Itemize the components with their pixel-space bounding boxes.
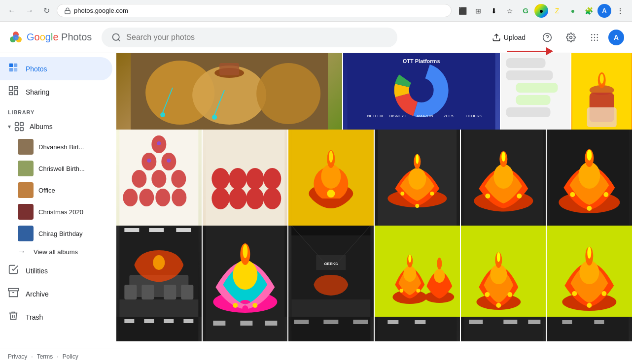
svg-text:OTHERS: OTHERS bbox=[466, 114, 482, 118]
album-item-chirag[interactable]: Chirag Birthday bbox=[0, 223, 116, 244]
forward-button[interactable]: → bbox=[23, 4, 36, 17]
photo-cell-lime-diya-3[interactable] bbox=[547, 226, 632, 317]
svg-rect-57 bbox=[516, 83, 558, 93]
photo-cell-office-2[interactable]: GEEKS bbox=[288, 226, 374, 317]
view-all-albums[interactable]: → View all albums bbox=[0, 244, 116, 259]
albums-label: Albums bbox=[30, 123, 53, 131]
svg-point-165 bbox=[507, 292, 512, 297]
svg-rect-27 bbox=[15, 123, 18, 126]
upload-button[interactable]: Upload bbox=[484, 29, 533, 46]
svg-point-118 bbox=[604, 192, 609, 197]
download-icon[interactable]: ⬇ bbox=[487, 4, 501, 18]
cast-icon[interactable]: ⬛ bbox=[456, 4, 469, 18]
sidebar-item-utilities[interactable]: Utilities bbox=[0, 259, 112, 282]
photo-cell-big-diya[interactable] bbox=[203, 226, 288, 317]
footer-sep-1: · bbox=[31, 353, 33, 360]
photo-cell-chat[interactable] bbox=[501, 53, 570, 130]
svg-point-36 bbox=[256, 63, 320, 124]
photo-cell-dark-diya-3[interactable] bbox=[547, 130, 632, 226]
archive-label: Archive bbox=[26, 290, 49, 298]
album-item-chriswell[interactable]: Chriswell Birth... bbox=[0, 158, 116, 179]
photo-cell-bottom-5[interactable] bbox=[461, 317, 546, 341]
svg-point-101 bbox=[400, 192, 404, 196]
footer-privacy[interactable]: Privacy bbox=[8, 353, 27, 360]
album-item-christmas[interactable]: Christmas 2020 bbox=[0, 201, 116, 223]
svg-point-12 bbox=[597, 33, 598, 35]
photo-cell-office-1[interactable] bbox=[116, 226, 202, 317]
album-item-office[interactable]: Office bbox=[0, 179, 116, 201]
footer-terms[interactable]: Terms bbox=[37, 353, 53, 360]
sidebar: Photos Sharing LIBRARY ▾ Albums Dhvanesh… bbox=[0, 53, 116, 349]
svg-point-134 bbox=[243, 244, 247, 258]
sharing-label: Sharing bbox=[26, 88, 49, 96]
svg-point-100 bbox=[416, 154, 419, 164]
apps-icon bbox=[590, 33, 599, 42]
extensions-icon[interactable]: 🧩 bbox=[582, 4, 596, 18]
album-thumb-dhvanesh bbox=[18, 139, 34, 155]
album-thumb-christmas bbox=[18, 204, 34, 220]
svg-point-70 bbox=[132, 170, 146, 188]
photo-cell-dogs[interactable] bbox=[116, 53, 342, 130]
svg-point-15 bbox=[597, 36, 598, 38]
album-item-dhvanesh[interactable]: Dhvanesh Birt... bbox=[0, 136, 116, 158]
photo-cell-cups-tree[interactable] bbox=[116, 130, 202, 226]
albums-expand[interactable]: ▾ Albums bbox=[0, 117, 116, 136]
chrome-extension3[interactable]: ● bbox=[566, 4, 580, 18]
photo-cell-lime-diya-1[interactable] bbox=[375, 226, 460, 317]
photos-logo-icon bbox=[8, 30, 24, 45]
photo-cell-dark-diya-2[interactable] bbox=[461, 130, 546, 226]
g-extension-icon[interactable]: G bbox=[519, 4, 532, 18]
user-avatar[interactable]: A bbox=[608, 30, 624, 45]
photo-cell-lime-diya-2[interactable] bbox=[461, 226, 546, 317]
svg-point-152 bbox=[408, 255, 411, 263]
search-icon bbox=[111, 33, 121, 42]
chrome-extension2[interactable]: Z bbox=[550, 4, 564, 18]
bookmark-icon[interactable]: ☆ bbox=[503, 4, 517, 18]
browser-account[interactable]: A bbox=[597, 4, 611, 18]
tab-search-icon[interactable]: ⊞ bbox=[471, 4, 485, 18]
photo-cell-cups-row[interactable] bbox=[203, 130, 288, 226]
sidebar-item-trash[interactable]: Trash bbox=[0, 305, 112, 329]
footer-policy[interactable]: Policy bbox=[63, 353, 78, 360]
sidebar-item-archive[interactable]: Archive bbox=[0, 282, 112, 305]
svg-point-78 bbox=[147, 159, 151, 163]
svg-point-164 bbox=[496, 303, 501, 308]
photo-cell-yellow-diya[interactable] bbox=[288, 130, 374, 226]
chrome-menu[interactable]: ⋮ bbox=[613, 4, 627, 18]
svg-point-115 bbox=[587, 150, 592, 161]
reload-button[interactable]: ↻ bbox=[40, 4, 53, 17]
svg-rect-26 bbox=[9, 93, 12, 95]
photo-cell-dark-diya-1[interactable] bbox=[375, 130, 460, 226]
svg-rect-178 bbox=[183, 319, 193, 323]
search-input[interactable] bbox=[126, 33, 387, 42]
apps-button[interactable] bbox=[585, 28, 604, 47]
svg-point-40 bbox=[212, 115, 217, 120]
photo-cell-bottom-1[interactable] bbox=[116, 317, 202, 341]
photo-cell-bottom-4[interactable] bbox=[375, 317, 460, 341]
back-button[interactable]: ← bbox=[5, 4, 19, 17]
lime-diya-2-svg bbox=[461, 226, 546, 317]
address-bar[interactable]: photos.google.com bbox=[57, 4, 452, 17]
photo-cell-bottom-6[interactable] bbox=[547, 317, 632, 341]
chrome-extension1[interactable]: ● bbox=[534, 4, 548, 18]
main-layout: Photos Sharing LIBRARY ▾ Albums Dhvanesh… bbox=[0, 53, 632, 349]
photo-cell-bottom-3[interactable] bbox=[288, 317, 374, 341]
svg-point-73 bbox=[123, 189, 138, 206]
svg-rect-65 bbox=[587, 107, 616, 127]
sidebar-item-sharing[interactable]: Sharing bbox=[0, 80, 112, 103]
settings-button[interactable] bbox=[561, 28, 581, 47]
sidebar-item-photos[interactable]: Photos bbox=[0, 57, 112, 80]
svg-point-95 bbox=[327, 190, 335, 198]
svg-point-106 bbox=[493, 164, 513, 189]
photo-cell-candle[interactable] bbox=[571, 53, 632, 130]
svg-rect-0 bbox=[65, 10, 70, 13]
footer-sep-2: · bbox=[57, 353, 58, 360]
svg-rect-22 bbox=[14, 68, 17, 71]
svg-rect-58 bbox=[516, 95, 550, 105]
search-bar-container[interactable] bbox=[102, 28, 397, 47]
photo-row-2 bbox=[116, 130, 632, 226]
photo-cell-chart[interactable]: OTT Platforms NETFLIX DISNEY+ AMAZON ZEE… bbox=[343, 53, 499, 130]
photo-cell-bottom-2[interactable] bbox=[203, 317, 288, 341]
help-button[interactable] bbox=[537, 28, 557, 47]
album-thumb-chriswell bbox=[18, 161, 34, 176]
